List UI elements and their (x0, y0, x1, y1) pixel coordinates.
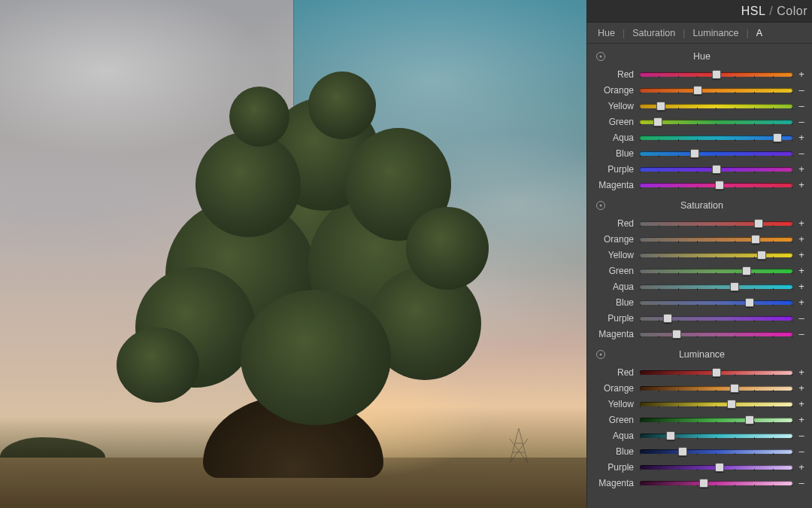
slider-handle[interactable] (690, 149, 699, 158)
slider-handle[interactable] (745, 298, 754, 307)
image-preview (0, 0, 586, 508)
slider-handle[interactable] (653, 117, 662, 126)
slider-row-hue-red: Red+ (593, 66, 806, 82)
hsl-panel: HSL / Color Hue|Saturation|Luminance|A H… (586, 0, 812, 508)
slider-luminance-orange[interactable] (640, 383, 792, 394)
slider-handle[interactable] (712, 165, 721, 174)
targeted-adjustment-icon[interactable] (596, 52, 605, 61)
slider-label: Green (593, 117, 635, 127)
slider-label: Blue (593, 297, 635, 308)
slider-label: Aqua (593, 132, 635, 143)
slider-saturation-green[interactable] (640, 266, 792, 276)
slider-handle[interactable] (693, 86, 702, 95)
slider-row-saturation-blue: Blue+ (593, 294, 806, 310)
slider-handle[interactable] (730, 384, 739, 393)
slider-label: Blue (593, 148, 635, 159)
slider-handle[interactable] (727, 400, 736, 409)
slider-saturation-orange[interactable] (640, 234, 792, 245)
group-hue: HueRed+Orange–Yellow–Green–Aqua+Blue–Pur… (593, 51, 806, 193)
slider-handle[interactable] (773, 133, 782, 142)
value-sign: – (797, 116, 806, 127)
slider-row-luminance-magenta: Magenta– (593, 475, 806, 491)
slider-saturation-blue[interactable] (640, 297, 792, 308)
value-sign: – (797, 477, 806, 488)
slider-hue-red[interactable] (640, 69, 792, 80)
slider-handle[interactable] (715, 463, 724, 472)
hsl-tabs: Hue|Saturation|Luminance|A (587, 23, 812, 44)
value-sign: – (797, 84, 806, 96)
slider-handle[interactable] (742, 266, 751, 275)
value-sign: + (797, 233, 806, 245)
slider-hue-magenta[interactable] (640, 180, 792, 190)
value-sign: – (797, 148, 806, 159)
slider-saturation-red[interactable] (640, 218, 792, 229)
targeted-adjustment-icon[interactable] (596, 201, 605, 210)
slider-row-saturation-magenta: Magenta– (593, 326, 806, 342)
slider-luminance-green[interactable] (640, 415, 792, 425)
tab-a[interactable]: A (749, 28, 770, 38)
slider-hue-yellow[interactable] (640, 101, 792, 111)
slider-row-luminance-purple: Purple+ (593, 459, 806, 475)
value-sign: + (797, 367, 806, 378)
slider-hue-green[interactable] (640, 117, 792, 127)
slider-label: Red (593, 367, 635, 378)
slider-row-hue-magenta: Magenta+ (593, 177, 806, 193)
slider-row-luminance-orange: Orange+ (593, 380, 806, 396)
slider-handle[interactable] (754, 219, 763, 228)
value-sign: – (797, 328, 806, 339)
slider-hue-blue[interactable] (640, 148, 792, 159)
slider-hue-purple[interactable] (640, 164, 792, 175)
tab-hue[interactable]: Hue (590, 28, 623, 38)
value-sign: + (797, 382, 806, 394)
slider-luminance-red[interactable] (640, 367, 792, 378)
slider-row-hue-orange: Orange– (593, 82, 806, 98)
slider-handle[interactable] (666, 431, 675, 440)
slider-label: Purple (593, 164, 635, 175)
slider-hue-orange[interactable] (640, 85, 792, 96)
slider-handle[interactable] (745, 415, 754, 424)
hsl-groups-container: HueRed+Orange–Yellow–Green–Aqua+Blue–Pur… (587, 44, 812, 508)
value-sign: + (797, 217, 806, 229)
slider-handle[interactable] (663, 314, 672, 323)
slider-handle[interactable] (757, 251, 766, 260)
slider-handle[interactable] (699, 479, 708, 488)
slider-row-saturation-green: Green+ (593, 263, 806, 278)
panel-title-bar[interactable]: HSL / Color (587, 0, 812, 23)
slider-label: Orange (593, 383, 635, 394)
slider-label: Magenta (593, 478, 635, 488)
value-sign: + (797, 281, 806, 292)
slider-luminance-aqua[interactable] (640, 430, 792, 441)
slider-handle[interactable] (730, 282, 739, 291)
targeted-adjustment-icon[interactable] (596, 350, 605, 359)
slider-label: Red (593, 218, 635, 229)
slider-hue-aqua[interactable] (640, 132, 792, 143)
slider-label: Yellow (593, 399, 635, 409)
value-sign: + (797, 68, 806, 80)
slider-saturation-magenta[interactable] (640, 329, 792, 339)
slider-handle[interactable] (712, 70, 721, 79)
value-sign: – (797, 312, 806, 324)
slider-row-saturation-yellow: Yellow+ (593, 247, 806, 263)
slider-luminance-purple[interactable] (640, 462, 792, 473)
tab-luminance[interactable]: Luminance (685, 28, 746, 38)
slider-row-hue-blue: Blue– (593, 145, 806, 161)
slider-saturation-aqua[interactable] (640, 281, 792, 292)
slider-handle[interactable] (715, 181, 724, 190)
value-sign: + (797, 461, 806, 473)
slider-handle[interactable] (712, 368, 721, 377)
slider-luminance-blue[interactable] (640, 446, 792, 457)
slider-handle[interactable] (751, 235, 760, 244)
slider-saturation-yellow[interactable] (640, 250, 792, 260)
slider-label: Orange (593, 85, 635, 96)
slider-luminance-yellow[interactable] (640, 399, 792, 409)
slider-saturation-purple[interactable] (640, 313, 792, 324)
slider-row-hue-yellow: Yellow– (593, 98, 806, 114)
slider-handle[interactable] (656, 102, 665, 111)
slider-handle[interactable] (672, 330, 681, 339)
slider-luminance-magenta[interactable] (640, 478, 792, 488)
value-sign: + (797, 414, 806, 425)
panel-title-sep: / (769, 5, 773, 18)
tab-saturation[interactable]: Saturation (625, 28, 683, 38)
slider-handle[interactable] (678, 447, 687, 456)
group-saturation: SaturationRed+Orange+Yellow+Green+Aqua+B… (593, 200, 806, 342)
